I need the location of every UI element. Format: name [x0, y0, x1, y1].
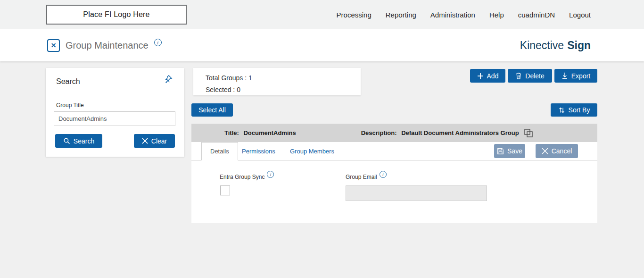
sort-icon [558, 107, 565, 114]
delete-button[interactable]: Delete [508, 69, 552, 83]
group-description-label: Description: [361, 129, 397, 136]
export-button[interactable]: Export [554, 69, 597, 83]
cancel-button[interactable]: Cancel [536, 144, 578, 158]
page-title: Group Maintenance [66, 40, 149, 51]
plus-icon [477, 73, 484, 79]
search-icon [63, 137, 70, 144]
group-row[interactable]: Title: DocumentAdmins Description: Defau… [191, 124, 597, 142]
entra-group-sync-label: Entra Group Sync [220, 174, 264, 180]
nav-administration[interactable]: Administration [430, 11, 475, 19]
search-panel-title: Search [56, 77, 80, 86]
top-bar: Place FI Logo Here Processing Reporting … [0, 0, 644, 29]
group-title-row-value: DocumentAdmins [243, 129, 296, 136]
search-button[interactable]: Search [55, 134, 102, 148]
entra-group-sync-checkbox[interactable] [220, 185, 230, 195]
group-email-label: Group Email [346, 174, 377, 180]
nav-processing[interactable]: Processing [337, 11, 372, 19]
total-groups-count: Total Groups : 1 [206, 72, 361, 84]
groups-summary: Total Groups : 1 Selected : 0 [193, 68, 361, 95]
group-email-input [346, 185, 487, 201]
nav-logout[interactable]: Logout [569, 11, 591, 19]
tab-permissions[interactable]: Permissions [242, 142, 275, 160]
group-title-row-label: Title: [224, 129, 239, 136]
brand-second: Sign [567, 39, 591, 52]
tab-group-members[interactable]: Group Members [290, 142, 334, 160]
save-floppy-icon [497, 148, 504, 155]
tab-details[interactable]: Details [201, 142, 238, 160]
search-panel: Search Group Title Search Clear [46, 68, 184, 157]
brand-logo: Kinective Sign [520, 29, 591, 61]
group-title-label: Group Title [56, 102, 84, 109]
add-button[interactable]: Add [470, 69, 505, 83]
nav-reporting[interactable]: Reporting [386, 11, 416, 19]
group-detail-panel: Details Permissions Group Members Save C… [191, 142, 597, 223]
copy-icon[interactable] [523, 127, 534, 139]
fi-logo-placeholder: Place FI Logo Here [46, 5, 187, 25]
trash-icon [515, 72, 522, 79]
entra-info-icon[interactable]: i [267, 171, 274, 178]
selected-count: Selected : 0 [206, 84, 361, 96]
page-info-icon[interactable]: i [154, 39, 162, 46]
sort-by-button[interactable]: Sort By [551, 103, 597, 117]
page-header: ✕ Group Maintenance i Kinective Sign [0, 29, 644, 61]
clear-button[interactable]: Clear [134, 134, 175, 148]
brand-first: Kinective [520, 39, 564, 52]
group-description-value: Default Document Administrators Group [401, 129, 519, 136]
top-navigation: Processing Reporting Administration Help… [337, 0, 591, 29]
main-content: Search Group Title Search Clear Total Gr… [0, 61, 644, 278]
group-maintenance-icon: ✕ [47, 39, 60, 52]
cancel-x-icon [542, 148, 548, 154]
group-title-input[interactable] [54, 111, 175, 126]
select-all-button[interactable]: Select All [191, 103, 233, 117]
group-email-info-icon[interactable]: i [380, 171, 387, 178]
fi-logo-text: Place FI Logo Here [83, 10, 149, 19]
clear-x-icon [142, 138, 148, 144]
nav-help[interactable]: Help [489, 11, 504, 19]
nav-user-cuadmindn[interactable]: cuadminDN [518, 11, 555, 19]
download-icon [561, 72, 568, 79]
save-button[interactable]: Save [494, 144, 525, 158]
pin-icon[interactable] [164, 74, 173, 84]
